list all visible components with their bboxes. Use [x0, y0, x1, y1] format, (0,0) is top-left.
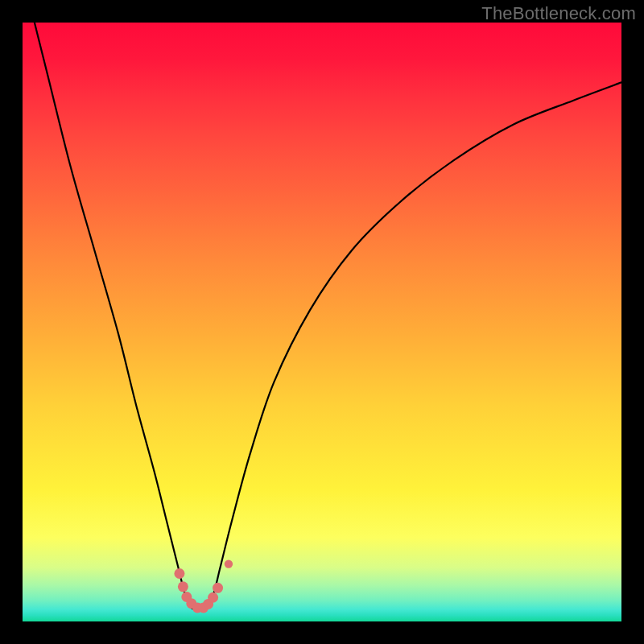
- marker-group: [174, 559, 233, 613]
- chart-frame: TheBottleneck.com: [0, 0, 644, 644]
- chart-svg: [23, 23, 621, 621]
- marker-point: [174, 568, 184, 579]
- marker-point: [213, 583, 223, 593]
- marker-point: [208, 592, 218, 603]
- bottleneck-curve: [23, 23, 621, 610]
- marker-point: [178, 581, 188, 592]
- marker-point: [225, 559, 233, 568]
- watermark-text: TheBottleneck.com: [481, 3, 636, 24]
- plot-area: [23, 23, 621, 621]
